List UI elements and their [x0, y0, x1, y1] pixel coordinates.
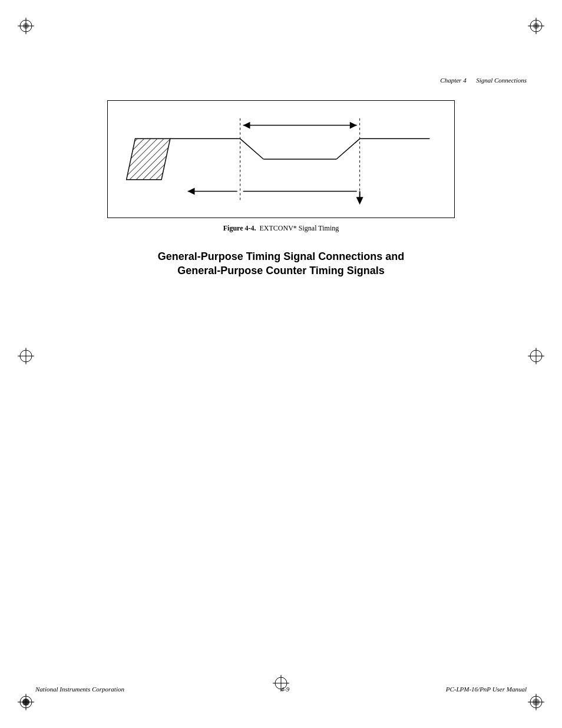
reg-mark-tl	[18, 18, 34, 34]
figure-label: Figure 4-4.	[223, 224, 256, 232]
reg-mark-mr	[528, 348, 544, 364]
section-heading: General-Purpose Timing Signal Connection…	[77, 249, 485, 278]
svg-marker-38	[356, 197, 363, 205]
svg-line-25	[240, 139, 264, 159]
diagram-box	[107, 100, 455, 218]
reg-mark-tr	[528, 18, 544, 34]
svg-marker-33	[350, 122, 357, 129]
page-header: Chapter 4 Signal Connections	[440, 77, 527, 84]
signal-diagram	[108, 101, 454, 218]
footer-right: PC-LPM-16/PnP User Manual	[446, 686, 527, 693]
figure-caption-text: EXTCONV* Signal Timing	[260, 224, 339, 232]
header-section: Signal Connections	[476, 77, 527, 84]
section-heading-line2: General-Purpose Counter Timing Signals	[77, 263, 485, 278]
figure-caption: Figure 4-4. EXTCONV* Signal Timing	[77, 224, 485, 233]
svg-marker-35	[188, 188, 195, 195]
page: Chapter 4 Signal Connections	[0, 0, 562, 728]
svg-line-27	[336, 139, 360, 159]
svg-marker-32	[243, 122, 250, 129]
reg-mark-bl	[18, 694, 34, 710]
footer-left: National Instruments Corporation	[35, 686, 124, 693]
svg-marker-23	[127, 139, 170, 179]
section-heading-line1: General-Purpose Timing Signal Connection…	[77, 249, 485, 263]
content-area: Figure 4-4. EXTCONV* Signal Timing Gener…	[77, 100, 485, 278]
reg-mark-bc	[273, 675, 289, 694]
header-chapter: Chapter 4	[440, 77, 466, 84]
reg-mark-ml	[18, 348, 34, 364]
reg-mark-br	[528, 694, 544, 710]
